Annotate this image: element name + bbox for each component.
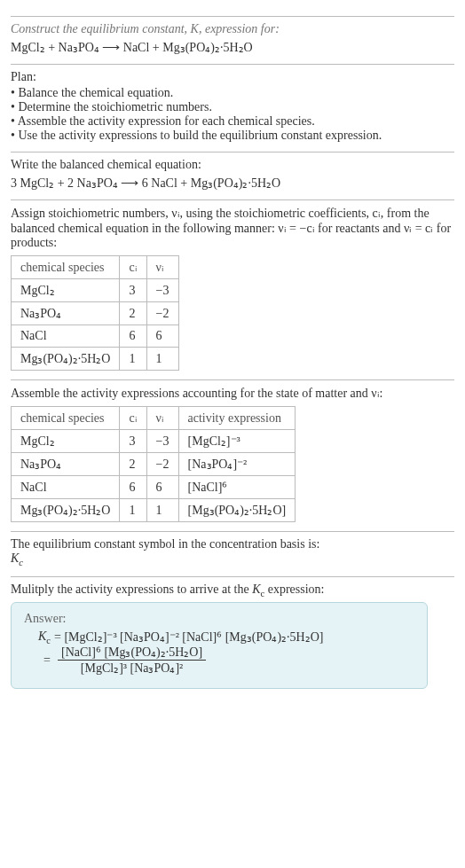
answer-box: Answer: Kc = [MgCl₂]⁻³ [Na₃PO₄]⁻² [NaCl]…	[11, 602, 428, 690]
multiply-section: Mulitply the activity expressions to arr…	[11, 576, 454, 690]
cell: MgCl₂	[12, 279, 120, 302]
plan-item: • Determine the stoichiometric numbers.	[11, 100, 454, 114]
cell: Na₃PO₄	[12, 302, 120, 325]
cell: 6	[120, 476, 146, 499]
col-header: cᵢ	[120, 256, 146, 279]
symbol-value: Kc	[11, 551, 454, 567]
cell: 2	[120, 453, 146, 476]
intro-prompt: Construct the equilibrium constant, K, e…	[11, 22, 454, 36]
cell: [Mg₃(PO₄)₂·5H₂O]	[178, 499, 296, 522]
col-header: chemical species	[12, 407, 120, 430]
cell: Mg₃(PO₄)₂·5H₂O	[12, 348, 120, 371]
plan-item: • Balance the chemical equation.	[11, 86, 454, 100]
answer-label: Answer:	[24, 612, 414, 626]
table-row: MgCl₂ 3 −3	[12, 279, 179, 302]
fraction-numerator: [NaCl]⁶ [Mg₃(PO₄)₂·5H₂O]	[58, 645, 206, 661]
cell: 1	[120, 499, 146, 522]
cell: Na₃PO₄	[12, 453, 120, 476]
table-header-row: chemical species cᵢ νᵢ activity expressi…	[12, 407, 296, 430]
cell: NaCl	[12, 476, 120, 499]
col-header: activity expression	[178, 407, 296, 430]
assign-section: Assign stoichiometric numbers, νᵢ, using…	[11, 199, 454, 371]
balanced-section: Write the balanced chemical equation: 3 …	[11, 152, 454, 191]
activity-lead: Assemble the activity expressions accoun…	[11, 386, 454, 401]
multiply-lead: Mulitply the activity expressions to arr…	[11, 583, 454, 598]
table-header-row: chemical species cᵢ νᵢ	[12, 256, 179, 279]
table-row: Na₃PO₄ 2 −2	[12, 302, 179, 325]
plan-item: • Assemble the activity expression for e…	[11, 114, 454, 129]
col-header: νᵢ	[146, 256, 178, 279]
cell: 2	[120, 302, 146, 325]
cell: Mg₃(PO₄)₂·5H₂O	[12, 499, 120, 522]
cell: 1	[146, 348, 178, 371]
cell: 1	[146, 499, 178, 522]
cell: −2	[146, 302, 178, 325]
table-row: NaCl 6 6	[12, 325, 179, 348]
cell: [Na₃PO₄]⁻²	[178, 453, 296, 476]
assign-table: chemical species cᵢ νᵢ MgCl₂ 3 −3 Na₃PO₄…	[11, 255, 179, 371]
intro-section: Construct the equilibrium constant, K, e…	[11, 16, 454, 55]
cell: 3	[120, 279, 146, 302]
answer-line1: Kc = [MgCl₂]⁻³ [Na₃PO₄]⁻² [NaCl]⁶ [Mg₃(P…	[24, 629, 414, 645]
col-header: νᵢ	[146, 407, 178, 430]
table-row: Mg₃(PO₄)₂·5H₂O 1 1 [Mg₃(PO₄)₂·5H₂O]	[12, 499, 296, 522]
col-header: cᵢ	[120, 407, 146, 430]
answer-line1-rhs: = [MgCl₂]⁻³ [Na₃PO₄]⁻² [NaCl]⁶ [Mg₃(PO₄)…	[54, 629, 323, 645]
cell: 6	[146, 325, 178, 348]
kc-symbol: Kc	[11, 551, 23, 565]
activity-section: Assemble the activity expressions accoun…	[11, 379, 454, 522]
plan-heading: Plan:	[11, 70, 454, 84]
cell: 3	[120, 430, 146, 453]
answer-line2: = [NaCl]⁶ [Mg₃(PO₄)₂·5H₂O] [MgCl₂]³ [Na₃…	[24, 645, 414, 676]
intro-equation: MgCl₂ + Na₃PO₄ ⟶ NaCl + Mg₃(PO₄)₂·5H₂O	[11, 40, 454, 55]
kc-lhs: Kc	[24, 629, 54, 645]
multiply-lead-text: Mulitply the activity expressions to arr…	[11, 583, 324, 596]
cell: −2	[146, 453, 178, 476]
cell: [MgCl₂]⁻³	[178, 430, 296, 453]
fraction-denominator: [MgCl₂]³ [Na₃PO₄]²	[58, 661, 206, 676]
table-row: Mg₃(PO₄)₂·5H₂O 1 1	[12, 348, 179, 371]
assign-text: Assign stoichiometric numbers, νᵢ, using…	[11, 206, 454, 250]
cell: 6	[146, 476, 178, 499]
table-row: MgCl₂ 3 −3 [MgCl₂]⁻³	[12, 430, 296, 453]
answer-equation: Kc = [MgCl₂]⁻³ [Na₃PO₄]⁻² [NaCl]⁶ [Mg₃(P…	[24, 629, 414, 676]
symbol-section: The equilibrium constant symbol in the c…	[11, 531, 454, 567]
table-row: Na₃PO₄ 2 −2 [Na₃PO₄]⁻²	[12, 453, 296, 476]
cell: −3	[146, 279, 178, 302]
cell: MgCl₂	[12, 430, 120, 453]
balanced-lead: Write the balanced chemical equation:	[11, 158, 454, 172]
balanced-equation: 3 MgCl₂ + 2 Na₃PO₄ ⟶ 6 NaCl + Mg₃(PO₄)₂·…	[11, 176, 454, 191]
cell: 1	[120, 348, 146, 371]
symbol-lead: The equilibrium constant symbol in the c…	[11, 537, 454, 551]
cell: −3	[146, 430, 178, 453]
col-header: chemical species	[12, 256, 120, 279]
answer-fraction: [NaCl]⁶ [Mg₃(PO₄)₂·5H₂O] [MgCl₂]³ [Na₃PO…	[58, 645, 206, 676]
answer-eq2: =	[24, 653, 54, 668]
table-row: NaCl 6 6 [NaCl]⁶	[12, 476, 296, 499]
activity-table: chemical species cᵢ νᵢ activity expressi…	[11, 406, 296, 522]
cell: NaCl	[12, 325, 120, 348]
cell: [NaCl]⁶	[178, 476, 296, 499]
plan-section: Plan: • Balance the chemical equation. •…	[11, 64, 454, 143]
cell: 6	[120, 325, 146, 348]
plan-item: • Use the activity expressions to build …	[11, 129, 454, 143]
